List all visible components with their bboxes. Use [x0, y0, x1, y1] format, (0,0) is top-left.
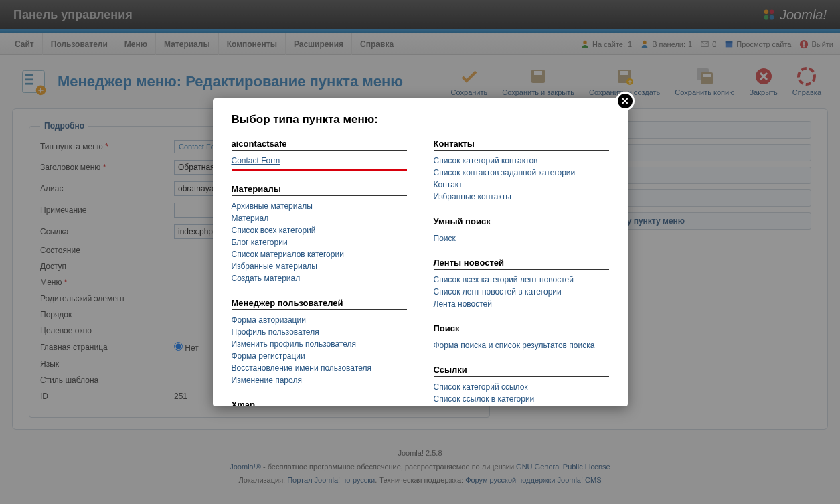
- modal-type-link[interactable]: Избранные контакты: [434, 191, 609, 203]
- modal-type-link[interactable]: Список всех категорий: [232, 224, 407, 236]
- modal-section: Ленты новостейСписок всех категорий лент…: [434, 258, 609, 310]
- modal-type-link[interactable]: Избранные материалы: [232, 260, 407, 272]
- selection-underline: [232, 169, 407, 171]
- modal-section-heading: Ссылки: [434, 365, 609, 377]
- modal-section-heading: Материалы: [232, 184, 407, 196]
- modal-menu-type: ✕ Выбор типа пункта меню: aicontactsafeC…: [213, 98, 628, 406]
- modal-type-link[interactable]: Список категорий контактов: [434, 155, 609, 167]
- modal-title: Выбор типа пункта меню:: [232, 113, 609, 127]
- modal-section-heading: Контакты: [434, 139, 609, 151]
- modal-overlay: ✕ Выбор типа пункта меню: aicontactsafeC…: [0, 0, 840, 504]
- modal-type-link[interactable]: Форма регистрации: [232, 350, 407, 362]
- modal-section: Умный поискПоиск: [434, 216, 609, 244]
- modal-type-link[interactable]: Лента новостей: [434, 298, 609, 310]
- modal-type-link[interactable]: Список контактов заданной категории: [434, 167, 609, 179]
- modal-type-link[interactable]: Профиль пользователя: [232, 326, 407, 338]
- modal-type-link[interactable]: Список ссылок в категории: [434, 393, 609, 405]
- modal-type-link[interactable]: Создать ссылку: [434, 405, 609, 406]
- modal-type-link[interactable]: Восстановление имени пользователя: [232, 362, 407, 374]
- modal-type-link[interactable]: Изменить профиль пользователя: [232, 338, 407, 350]
- modal-section: КонтактыСписок категорий контактовСписок…: [434, 139, 609, 203]
- modal-section: aicontactsafeContact Form: [232, 139, 407, 171]
- modal-type-link[interactable]: Список материалов категории: [232, 248, 407, 260]
- modal-section-heading: Ленты новостей: [434, 258, 609, 270]
- modal-section: Xmap: [232, 400, 407, 406]
- modal-section-heading: Xmap: [232, 400, 407, 406]
- modal-type-link[interactable]: Поиск: [434, 232, 609, 244]
- modal-section: МатериалыАрхивные материалыМатериалСписо…: [232, 184, 407, 284]
- modal-type-link[interactable]: Форма авторизации: [232, 314, 407, 326]
- modal-section-heading: aicontactsafe: [232, 139, 407, 151]
- modal-section-heading: Менеджер пользователей: [232, 298, 407, 310]
- modal-col-left: aicontactsafeContact FormМатериалыАрхивн…: [232, 139, 407, 406]
- modal-section-heading: Поиск: [434, 323, 609, 335]
- modal-section: Менеджер пользователейФорма авторизацииП…: [232, 298, 407, 386]
- modal-type-link[interactable]: Форма поиска и список результатов поиска: [434, 339, 609, 351]
- modal-type-link[interactable]: Список категорий ссылок: [434, 381, 609, 393]
- modal-type-link[interactable]: Блог категории: [232, 236, 407, 248]
- modal-type-link[interactable]: Список всех категорий лент новостей: [434, 274, 609, 286]
- modal-type-link[interactable]: Архивные материалы: [232, 200, 407, 212]
- modal-body: Выбор типа пункта меню: aicontactsafeCon…: [213, 98, 628, 406]
- modal-type-link[interactable]: Создать материал: [232, 272, 407, 284]
- modal-section-heading: Умный поиск: [434, 216, 609, 228]
- modal-col-right: КонтактыСписок категорий контактовСписок…: [434, 139, 609, 406]
- modal-type-link[interactable]: Contact Form: [232, 155, 407, 167]
- modal-type-link[interactable]: Контакт: [434, 179, 609, 191]
- modal-section: ПоискФорма поиска и список результатов п…: [434, 323, 609, 351]
- modal-type-link[interactable]: Изменение пароля: [232, 374, 407, 386]
- modal-type-link[interactable]: Список лент новостей в категории: [434, 286, 609, 298]
- modal-section: СсылкиСписок категорий ссылокСписок ссыл…: [434, 365, 609, 406]
- modal-type-link[interactable]: Материал: [232, 212, 407, 224]
- modal-close-button[interactable]: ✕: [616, 92, 635, 110]
